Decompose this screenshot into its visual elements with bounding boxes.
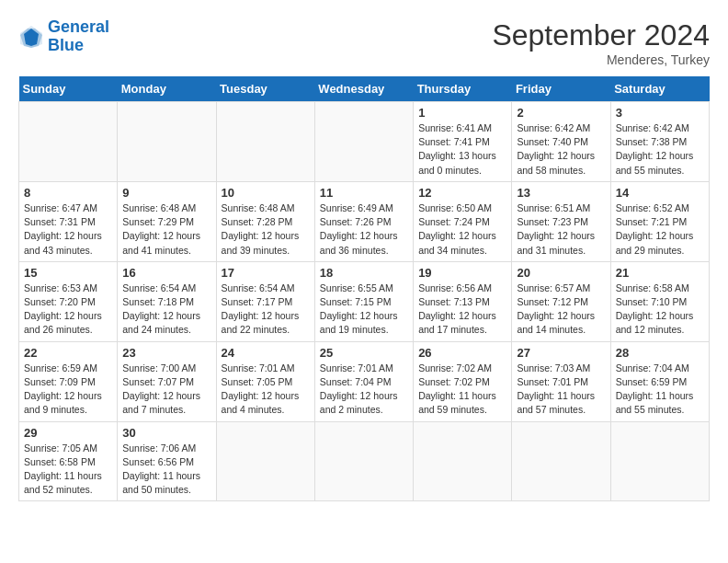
day-number: 10 xyxy=(222,186,310,200)
day-info: Sunrise: 6:52 AM Sunset: 7:21 PM Dayligh… xyxy=(616,201,704,258)
day-info: Sunrise: 6:57 AM Sunset: 7:12 PM Dayligh… xyxy=(517,282,605,338)
day-info: Sunrise: 7:02 AM Sunset: 7:02 PM Dayligh… xyxy=(418,362,506,418)
logo-general: General xyxy=(48,17,109,36)
page-header: General Blue September 2024 Menderes, Tu… xyxy=(18,18,710,67)
day-info: Sunrise: 6:47 AM Sunset: 7:31 PM Dayligh… xyxy=(24,201,112,258)
day-info: Sunrise: 6:54 AM Sunset: 7:18 PM Dayligh… xyxy=(122,282,210,338)
day-info: Sunrise: 6:41 AM Sunset: 7:41 PM Dayligh… xyxy=(418,121,506,178)
calendar-table: SundayMondayTuesdayWednesdayThursdayFrid… xyxy=(18,76,710,501)
day-number: 8 xyxy=(24,186,112,200)
calendar-cell: 28Sunrise: 7:04 AM Sunset: 6:59 PM Dayli… xyxy=(610,341,709,421)
day-info: Sunrise: 7:05 AM Sunset: 6:58 PM Dayligh… xyxy=(24,442,112,498)
day-number: 18 xyxy=(320,266,408,280)
dow-header-wednesday: Wednesday xyxy=(314,76,413,102)
day-number: 12 xyxy=(418,186,506,200)
day-number: 26 xyxy=(418,346,506,360)
logo-icon xyxy=(18,24,44,50)
day-number: 29 xyxy=(24,426,112,440)
day-number: 11 xyxy=(320,186,408,200)
logo-blue: Blue xyxy=(48,36,84,54)
day-info: Sunrise: 7:01 AM Sunset: 7:05 PM Dayligh… xyxy=(222,362,310,418)
calendar-cell: 19Sunrise: 6:56 AM Sunset: 7:13 PM Dayli… xyxy=(414,261,512,341)
calendar-cell: 13Sunrise: 6:51 AM Sunset: 7:23 PM Dayli… xyxy=(512,181,610,261)
day-number: 24 xyxy=(222,346,310,360)
calendar-cell: 3Sunrise: 6:42 AM Sunset: 7:38 PM Daylig… xyxy=(610,102,709,182)
day-number: 20 xyxy=(517,266,605,280)
day-number: 17 xyxy=(222,266,310,280)
dow-header-thursday: Thursday xyxy=(414,76,512,102)
calendar-cell: 26Sunrise: 7:02 AM Sunset: 7:02 PM Dayli… xyxy=(414,341,512,421)
calendar-cell xyxy=(118,102,216,182)
calendar-cell: 8Sunrise: 6:47 AM Sunset: 7:31 PM Daylig… xyxy=(19,181,118,261)
calendar-cell: 12Sunrise: 6:50 AM Sunset: 7:24 PM Dayli… xyxy=(414,181,512,261)
calendar-cell: 22Sunrise: 6:59 AM Sunset: 7:09 PM Dayli… xyxy=(19,341,118,421)
day-number: 23 xyxy=(122,346,210,360)
day-number: 15 xyxy=(24,266,112,280)
day-number: 27 xyxy=(517,346,605,360)
day-number: 3 xyxy=(616,106,704,120)
day-info: Sunrise: 6:53 AM Sunset: 7:20 PM Dayligh… xyxy=(24,282,112,338)
calendar-cell: 27Sunrise: 7:03 AM Sunset: 7:01 PM Dayli… xyxy=(512,341,610,421)
day-info: Sunrise: 6:42 AM Sunset: 7:40 PM Dayligh… xyxy=(517,121,605,178)
calendar-cell: 18Sunrise: 6:55 AM Sunset: 7:15 PM Dayli… xyxy=(314,261,413,341)
calendar-cell: 17Sunrise: 6:54 AM Sunset: 7:17 PM Dayli… xyxy=(216,261,314,341)
dow-header-friday: Friday xyxy=(512,76,610,102)
day-info: Sunrise: 6:50 AM Sunset: 7:24 PM Dayligh… xyxy=(418,201,506,258)
day-info: Sunrise: 7:06 AM Sunset: 6:56 PM Dayligh… xyxy=(122,442,210,498)
calendar-header: SundayMondayTuesdayWednesdayThursdayFrid… xyxy=(19,76,710,102)
calendar-cell: 29Sunrise: 7:05 AM Sunset: 6:58 PM Dayli… xyxy=(19,421,118,501)
day-number: 25 xyxy=(320,346,408,360)
dow-header-sunday: Sunday xyxy=(19,76,118,102)
day-info: Sunrise: 6:55 AM Sunset: 7:15 PM Dayligh… xyxy=(320,282,408,338)
logo-text: General Blue xyxy=(48,18,109,55)
day-number: 9 xyxy=(122,186,210,200)
calendar-cell: 24Sunrise: 7:01 AM Sunset: 7:05 PM Dayli… xyxy=(216,341,314,421)
day-info: Sunrise: 6:59 AM Sunset: 7:09 PM Dayligh… xyxy=(24,362,112,418)
location-subtitle: Menderes, Turkey xyxy=(492,52,710,67)
calendar-cell: 15Sunrise: 6:53 AM Sunset: 7:20 PM Dayli… xyxy=(19,261,118,341)
calendar-cell xyxy=(216,421,314,501)
day-info: Sunrise: 7:00 AM Sunset: 7:07 PM Dayligh… xyxy=(122,362,210,418)
day-number: 14 xyxy=(616,186,704,200)
calendar-cell xyxy=(610,421,709,501)
calendar-cell: 30Sunrise: 7:06 AM Sunset: 6:56 PM Dayli… xyxy=(118,421,216,501)
calendar-cell: 20Sunrise: 6:57 AM Sunset: 7:12 PM Dayli… xyxy=(512,261,610,341)
calendar-cell xyxy=(216,102,314,182)
calendar-cell: 25Sunrise: 7:01 AM Sunset: 7:04 PM Dayli… xyxy=(314,341,413,421)
calendar-week-2: 8Sunrise: 6:47 AM Sunset: 7:31 PM Daylig… xyxy=(19,181,710,261)
day-info: Sunrise: 6:58 AM Sunset: 7:10 PM Dayligh… xyxy=(616,282,704,338)
day-info: Sunrise: 6:56 AM Sunset: 7:13 PM Dayligh… xyxy=(418,282,506,338)
calendar-cell: 23Sunrise: 7:00 AM Sunset: 7:07 PM Dayli… xyxy=(118,341,216,421)
calendar-cell: 9Sunrise: 6:48 AM Sunset: 7:29 PM Daylig… xyxy=(118,181,216,261)
calendar-cell: 10Sunrise: 6:48 AM Sunset: 7:28 PM Dayli… xyxy=(216,181,314,261)
calendar-week-1: 1Sunrise: 6:41 AM Sunset: 7:41 PM Daylig… xyxy=(19,102,710,182)
calendar-cell xyxy=(314,421,413,501)
day-number: 16 xyxy=(122,266,210,280)
day-number: 2 xyxy=(517,106,605,120)
month-title: September 2024 xyxy=(492,18,710,52)
calendar-cell xyxy=(19,102,118,182)
dow-header-monday: Monday xyxy=(118,76,216,102)
day-number: 13 xyxy=(517,186,605,200)
day-info: Sunrise: 6:42 AM Sunset: 7:38 PM Dayligh… xyxy=(616,121,704,178)
calendar-cell: 21Sunrise: 6:58 AM Sunset: 7:10 PM Dayli… xyxy=(610,261,709,341)
day-number: 1 xyxy=(418,106,506,120)
title-block: September 2024 Menderes, Turkey xyxy=(492,18,710,67)
calendar-cell xyxy=(314,102,413,182)
calendar-cell: 16Sunrise: 6:54 AM Sunset: 7:18 PM Dayli… xyxy=(118,261,216,341)
logo: General Blue xyxy=(18,18,109,55)
dow-header-tuesday: Tuesday xyxy=(216,76,314,102)
day-info: Sunrise: 7:01 AM Sunset: 7:04 PM Dayligh… xyxy=(320,362,408,418)
calendar-cell: 1Sunrise: 6:41 AM Sunset: 7:41 PM Daylig… xyxy=(414,102,512,182)
calendar-cell: 11Sunrise: 6:49 AM Sunset: 7:26 PM Dayli… xyxy=(314,181,413,261)
day-number: 19 xyxy=(418,266,506,280)
day-info: Sunrise: 6:48 AM Sunset: 7:28 PM Dayligh… xyxy=(222,201,310,258)
dow-header-saturday: Saturday xyxy=(610,76,709,102)
calendar-cell: 2Sunrise: 6:42 AM Sunset: 7:40 PM Daylig… xyxy=(512,102,610,182)
day-info: Sunrise: 7:04 AM Sunset: 6:59 PM Dayligh… xyxy=(616,362,704,418)
day-number: 21 xyxy=(616,266,704,280)
day-info: Sunrise: 6:54 AM Sunset: 7:17 PM Dayligh… xyxy=(222,282,310,338)
calendar-cell: 14Sunrise: 6:52 AM Sunset: 7:21 PM Dayli… xyxy=(610,181,709,261)
day-number: 28 xyxy=(616,346,704,360)
calendar-week-5: 29Sunrise: 7:05 AM Sunset: 6:58 PM Dayli… xyxy=(19,421,710,501)
